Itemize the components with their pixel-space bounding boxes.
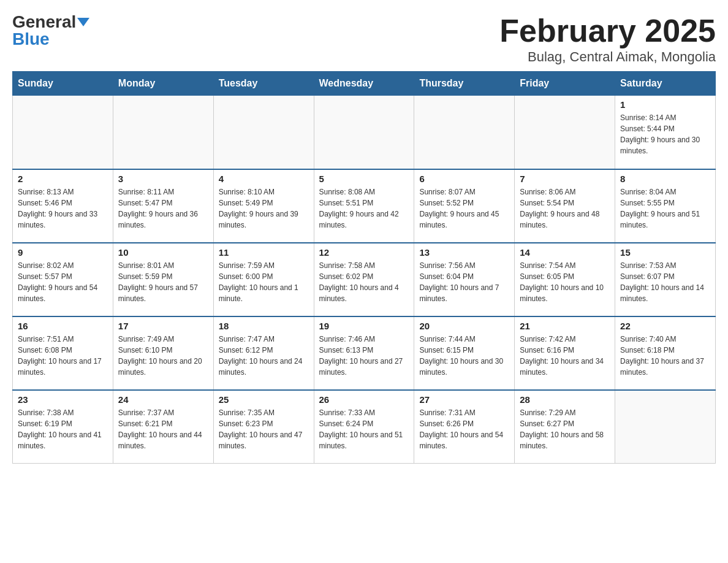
day-info: Sunrise: 8:07 AM Sunset: 5:52 PM Dayligh… — [419, 186, 509, 231]
day-number: 10 — [118, 247, 208, 258]
day-info: Sunrise: 8:10 AM Sunset: 5:49 PM Dayligh… — [219, 186, 309, 231]
day-number: 24 — [118, 394, 208, 405]
day-info: Sunrise: 8:14 AM Sunset: 5:44 PM Dayligh… — [620, 112, 710, 156]
title-block: February 2025 Bulag, Central Aimak, Mong… — [499, 12, 716, 65]
day-info: Sunrise: 7:47 AM Sunset: 6:12 PM Dayligh… — [219, 334, 309, 378]
day-number: 11 — [219, 247, 309, 258]
day-info: Sunrise: 8:06 AM Sunset: 5:54 PM Dayligh… — [520, 186, 610, 231]
day-number: 20 — [419, 321, 509, 331]
calendar-day-cell: 20Sunrise: 7:44 AM Sunset: 6:15 PM Dayli… — [414, 316, 515, 390]
day-info: Sunrise: 7:51 AM Sunset: 6:08 PM Dayligh… — [18, 334, 108, 378]
day-info: Sunrise: 7:35 AM Sunset: 6:23 PM Dayligh… — [219, 407, 309, 451]
calendar-header-row: Sunday Monday Tuesday Wednesday Thursday… — [13, 72, 716, 96]
calendar-week-row: 2Sunrise: 8:13 AM Sunset: 5:46 PM Daylig… — [13, 169, 716, 243]
day-info: Sunrise: 8:13 AM Sunset: 5:46 PM Dayligh… — [18, 186, 108, 231]
calendar-day-cell: 22Sunrise: 7:40 AM Sunset: 6:18 PM Dayli… — [615, 316, 716, 390]
header-friday: Friday — [515, 72, 615, 96]
calendar-day-cell — [414, 96, 515, 169]
day-info: Sunrise: 7:29 AM Sunset: 6:27 PM Dayligh… — [520, 407, 610, 451]
day-number: 12 — [319, 247, 409, 258]
day-number: 7 — [520, 174, 610, 184]
day-info: Sunrise: 7:38 AM Sunset: 6:19 PM Dayligh… — [18, 407, 108, 451]
calendar-table: Sunday Monday Tuesday Wednesday Thursday… — [12, 71, 716, 464]
calendar-day-cell — [515, 96, 615, 169]
day-number: 17 — [118, 321, 208, 331]
calendar-day-cell: 28Sunrise: 7:29 AM Sunset: 6:27 PM Dayli… — [515, 390, 615, 464]
day-number: 6 — [419, 174, 509, 184]
day-info: Sunrise: 8:01 AM Sunset: 5:59 PM Dayligh… — [118, 260, 208, 304]
header-saturday: Saturday — [615, 72, 716, 96]
day-info: Sunrise: 8:02 AM Sunset: 5:57 PM Dayligh… — [18, 260, 108, 304]
day-number: 15 — [620, 247, 710, 258]
calendar-week-row: 9Sunrise: 8:02 AM Sunset: 5:57 PM Daylig… — [13, 243, 716, 316]
day-number: 1 — [620, 99, 710, 110]
calendar-day-cell — [113, 96, 213, 169]
logo: General Blue — [12, 12, 89, 49]
day-info: Sunrise: 8:08 AM Sunset: 5:51 PM Dayligh… — [319, 186, 409, 231]
calendar-day-cell: 13Sunrise: 7:56 AM Sunset: 6:04 PM Dayli… — [414, 243, 515, 316]
day-info: Sunrise: 8:11 AM Sunset: 5:47 PM Dayligh… — [118, 186, 208, 231]
day-number: 3 — [118, 174, 208, 184]
header-sunday: Sunday — [13, 72, 113, 96]
calendar-day-cell: 14Sunrise: 7:54 AM Sunset: 6:05 PM Dayli… — [515, 243, 615, 316]
day-info: Sunrise: 7:59 AM Sunset: 6:00 PM Dayligh… — [219, 260, 309, 304]
day-number: 21 — [520, 321, 610, 331]
calendar-title: February 2025 — [499, 12, 716, 49]
day-number: 27 — [419, 394, 509, 405]
calendar-day-cell — [213, 96, 314, 169]
calendar-week-row: 16Sunrise: 7:51 AM Sunset: 6:08 PM Dayli… — [13, 316, 716, 390]
day-info: Sunrise: 7:58 AM Sunset: 6:02 PM Dayligh… — [319, 260, 409, 304]
day-number: 13 — [419, 247, 509, 258]
day-info: Sunrise: 7:54 AM Sunset: 6:05 PM Dayligh… — [520, 260, 610, 304]
calendar-day-cell: 25Sunrise: 7:35 AM Sunset: 6:23 PM Dayli… — [213, 390, 314, 464]
header-tuesday: Tuesday — [213, 72, 314, 96]
day-info: Sunrise: 7:37 AM Sunset: 6:21 PM Dayligh… — [118, 407, 208, 451]
calendar-week-row: 23Sunrise: 7:38 AM Sunset: 6:19 PM Dayli… — [13, 390, 716, 464]
calendar-day-cell: 1Sunrise: 8:14 AM Sunset: 5:44 PM Daylig… — [615, 96, 716, 169]
day-info: Sunrise: 7:56 AM Sunset: 6:04 PM Dayligh… — [419, 260, 509, 304]
day-info: Sunrise: 7:42 AM Sunset: 6:16 PM Dayligh… — [520, 334, 610, 378]
logo-blue-text: Blue — [12, 29, 50, 49]
day-number: 28 — [520, 394, 610, 405]
calendar-day-cell: 11Sunrise: 7:59 AM Sunset: 6:00 PM Dayli… — [213, 243, 314, 316]
day-number: 16 — [18, 321, 108, 331]
calendar-day-cell: 6Sunrise: 8:07 AM Sunset: 5:52 PM Daylig… — [414, 169, 515, 243]
header-monday: Monday — [113, 72, 213, 96]
calendar-day-cell: 18Sunrise: 7:47 AM Sunset: 6:12 PM Dayli… — [213, 316, 314, 390]
day-info: Sunrise: 7:49 AM Sunset: 6:10 PM Dayligh… — [118, 334, 208, 378]
day-number: 18 — [219, 321, 309, 331]
day-number: 23 — [18, 394, 108, 405]
calendar-day-cell — [13, 96, 113, 169]
calendar-day-cell: 26Sunrise: 7:33 AM Sunset: 6:24 PM Dayli… — [314, 390, 414, 464]
day-info: Sunrise: 7:46 AM Sunset: 6:13 PM Dayligh… — [319, 334, 409, 378]
day-info: Sunrise: 7:53 AM Sunset: 6:07 PM Dayligh… — [620, 260, 710, 304]
calendar-day-cell: 19Sunrise: 7:46 AM Sunset: 6:13 PM Dayli… — [314, 316, 414, 390]
day-info: Sunrise: 8:04 AM Sunset: 5:55 PM Dayligh… — [620, 186, 710, 231]
calendar-day-cell: 12Sunrise: 7:58 AM Sunset: 6:02 PM Dayli… — [314, 243, 414, 316]
header-wednesday: Wednesday — [314, 72, 414, 96]
calendar-day-cell: 16Sunrise: 7:51 AM Sunset: 6:08 PM Dayli… — [13, 316, 113, 390]
day-number: 8 — [620, 174, 710, 184]
calendar-day-cell: 8Sunrise: 8:04 AM Sunset: 5:55 PM Daylig… — [615, 169, 716, 243]
logo-triangle-icon — [77, 18, 89, 26]
calendar-week-row: 1Sunrise: 8:14 AM Sunset: 5:44 PM Daylig… — [13, 96, 716, 169]
calendar-day-cell: 21Sunrise: 7:42 AM Sunset: 6:16 PM Dayli… — [515, 316, 615, 390]
day-number: 22 — [620, 321, 710, 331]
calendar-day-cell: 2Sunrise: 8:13 AM Sunset: 5:46 PM Daylig… — [13, 169, 113, 243]
calendar-day-cell: 15Sunrise: 7:53 AM Sunset: 6:07 PM Dayli… — [615, 243, 716, 316]
calendar-day-cell: 3Sunrise: 8:11 AM Sunset: 5:47 PM Daylig… — [113, 169, 213, 243]
calendar-day-cell — [314, 96, 414, 169]
calendar-day-cell: 23Sunrise: 7:38 AM Sunset: 6:19 PM Dayli… — [13, 390, 113, 464]
day-number: 26 — [319, 394, 409, 405]
day-info: Sunrise: 7:33 AM Sunset: 6:24 PM Dayligh… — [319, 407, 409, 451]
page-header: General Blue February 2025 Bulag, Centra… — [12, 12, 716, 65]
day-number: 25 — [219, 394, 309, 405]
calendar-day-cell: 4Sunrise: 8:10 AM Sunset: 5:49 PM Daylig… — [213, 169, 314, 243]
calendar-day-cell: 27Sunrise: 7:31 AM Sunset: 6:26 PM Dayli… — [414, 390, 515, 464]
day-number: 2 — [18, 174, 108, 184]
day-number: 4 — [219, 174, 309, 184]
day-number: 9 — [18, 247, 108, 258]
header-thursday: Thursday — [414, 72, 515, 96]
day-number: 14 — [520, 247, 610, 258]
day-info: Sunrise: 7:40 AM Sunset: 6:18 PM Dayligh… — [620, 334, 710, 378]
